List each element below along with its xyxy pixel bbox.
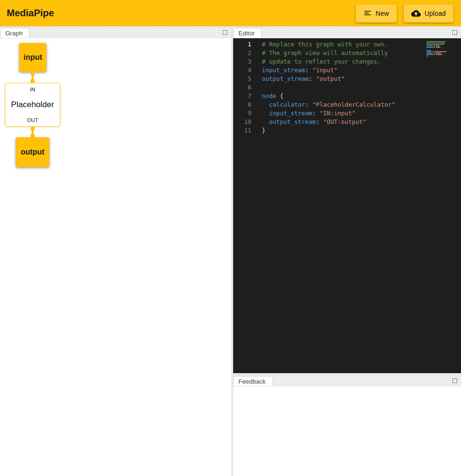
- feedback-body: [233, 387, 461, 476]
- tab-feedback-label: Feedback: [238, 378, 266, 385]
- graph-node-input[interactable]: input: [19, 43, 46, 72]
- header-actions: New Upload: [356, 4, 454, 22]
- placeholder-in-port-label: IN: [30, 87, 35, 92]
- code-line[interactable]: 11}: [233, 126, 461, 135]
- code-line[interactable]: 5output_stream: "output": [233, 75, 461, 83]
- tab-editor-label: Editor: [238, 30, 255, 37]
- menu-lines-icon: [363, 9, 372, 18]
- editor-panel-header: Editor: [233, 28, 461, 38]
- new-button-label: New: [376, 10, 389, 17]
- graph-node-input-label: input: [23, 53, 42, 62]
- graph-maximize-icon[interactable]: [223, 30, 227, 35]
- code-line[interactable]: 6: [233, 83, 461, 92]
- graph-edge-input-placeholder: [32, 72, 34, 83]
- graph-node-placeholder[interactable]: IN Placeholder OUT: [5, 83, 60, 127]
- tab-graph-label: Graph: [5, 30, 22, 37]
- graph-panel: Graph input IN Placeholder OUT output: [0, 28, 231, 476]
- code-line[interactable]: 7node {: [233, 92, 461, 100]
- tab-graph[interactable]: Graph: [0, 28, 30, 38]
- cloud-upload-icon: [411, 9, 421, 18]
- editor-panel: Editor 1# Replace this graph with your o…: [233, 28, 461, 373]
- feedback-panel-header: Feedback: [233, 376, 461, 387]
- app-title: MediaPipe: [7, 8, 54, 19]
- code-line[interactable]: 4input_stream: "input": [233, 66, 461, 75]
- graph-canvas: input IN Placeholder OUT output: [0, 38, 231, 476]
- graph-node-output[interactable]: output: [16, 137, 49, 167]
- editor-minimap[interactable]: [427, 41, 453, 56]
- code-line[interactable]: 10 output_stream: "OUT:output": [233, 118, 461, 126]
- feedback-maximize-icon[interactable]: [452, 378, 457, 383]
- code-line[interactable]: 9 input_stream: "IN:input": [233, 109, 461, 118]
- graph-edge-placeholder-output: [32, 127, 34, 137]
- tab-feedback[interactable]: Feedback: [233, 376, 273, 386]
- app-header: MediaPipe New Upload: [0, 0, 461, 26]
- upload-button[interactable]: Upload: [404, 4, 453, 22]
- code-line[interactable]: 3# update to reflect your changes.: [233, 57, 461, 66]
- tab-editor[interactable]: Editor: [233, 28, 262, 38]
- code-line[interactable]: 8 calculator: "PlaceholderCalculator": [233, 100, 461, 109]
- editor-maximize-icon[interactable]: [452, 30, 457, 35]
- code-editor[interactable]: 1# Replace this graph with your own.2# T…: [233, 38, 461, 373]
- feedback-panel: Feedback: [233, 376, 461, 476]
- graph-panel-header: Graph: [0, 28, 231, 38]
- graph-node-output-label: output: [21, 148, 45, 156]
- upload-button-label: Upload: [425, 10, 446, 17]
- placeholder-node-title: Placeholder: [11, 100, 54, 110]
- new-button[interactable]: New: [356, 4, 397, 22]
- placeholder-out-port-label: OUT: [27, 117, 38, 123]
